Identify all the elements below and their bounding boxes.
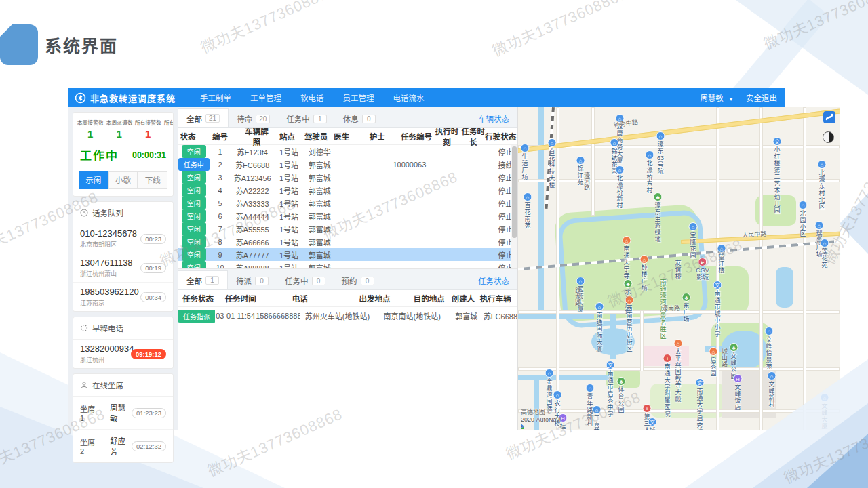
map-poi[interactable]: ⌂ 三喜花苑	[593, 405, 601, 430]
map-poi[interactable]: 文 小红楼第二艺术幼儿园	[773, 137, 782, 214]
map-poi[interactable]: ⌂ 北濠东村北区	[818, 160, 827, 210]
nav-menu-item[interactable]: 电话流水	[393, 92, 425, 103]
early-release-item[interactable]: 13282000934 浙江杭州 09:19:12	[73, 340, 173, 368]
map-poi[interactable]: 文 城南小学	[648, 418, 657, 430]
task-tab[interactable]: 任务中 0	[277, 272, 334, 289]
agent-seat: 坐席2	[80, 436, 98, 455]
map[interactable]: ⌂ 森康商务大厦 ⌂ 濠东63号院 文 小红楼第二艺术幼儿园 ⌂ 北濠东村北区 …	[518, 107, 840, 430]
map-poi[interactable]: ⌂ 北园小区	[799, 201, 808, 237]
call-queue-item[interactable]: 198503962120 江苏南京 00:34	[73, 283, 173, 311]
nav-menu-item[interactable]: 手工制单	[200, 92, 231, 103]
map-poi[interactable]: ⌂ 莲花苑	[821, 239, 829, 268]
map-poi[interactable]: ♣ 体育公园	[617, 377, 626, 413]
agent-state-button[interactable]: 小歇	[108, 171, 138, 189]
map-poi[interactable]: + 南通大学附属医院	[663, 354, 672, 418]
vehicle-row[interactable]: 空闲 10 苏A88888 1号站 郭富城 停止	[178, 261, 517, 268]
map-poi[interactable]: ⌂ 启秀园	[709, 347, 718, 377]
map-poi[interactable]: 文 南通大学启秀校区	[696, 378, 705, 430]
vehicle-row[interactable]: 任务中 2 苏FC6688 1号站 郭富城 10000063 接线	[178, 158, 517, 171]
vehicle-no: 9	[210, 251, 231, 259]
scrollbar-thumb[interactable]	[512, 146, 517, 238]
poi-icon: ⌂	[625, 296, 634, 304]
vehicle-status-link[interactable]: 车辆状态	[478, 113, 509, 124]
vehicle-status-badge: 空闲	[182, 197, 206, 209]
vehicle-row[interactable]: 空闲 3 苏A123456 1号站 郭富城 停止	[178, 171, 517, 184]
task-tab[interactable]: 全部 1	[178, 270, 228, 289]
column-header: 驾驶员	[303, 131, 329, 142]
poi-icon: ⌂	[553, 390, 562, 399]
map-poi[interactable]: ⌂ 北濠桥新村	[616, 165, 625, 209]
map-poi[interactable]: ⌂ 望江楼	[717, 244, 726, 274]
map-poi[interactable]: ⌂ 南通天宁寺	[623, 236, 631, 279]
map-attribution: 高德地图 © 2020 AutoNavi - GS(2018)1709号	[521, 424, 524, 429]
agent-state-button[interactable]: 示闲	[79, 171, 108, 189]
poi-icon: +	[663, 354, 672, 363]
task-row[interactable]: 任务指派 03-01 11:54 15866668888 苏州火车站(地铁站) …	[178, 307, 517, 325]
vehicle-tab[interactable]: 任务中 1	[278, 110, 335, 127]
logout-button[interactable]: 安全退出	[746, 92, 777, 103]
map-poi[interactable]: ▶ CGV影城	[696, 258, 709, 281]
map-poi[interactable]: ⌂ 濠东63号院	[656, 131, 665, 175]
map-poi[interactable]: 友谊桥	[675, 259, 681, 280]
map-poi[interactable]: ⌂ 钟楼广场	[640, 255, 649, 291]
vehicle-row[interactable]: 空闲 1 苏F123f4 1号站 刘德华 停止	[178, 145, 517, 158]
nav-menu-item[interactable]: 工单管理	[250, 92, 281, 103]
vehicle-row[interactable]: 空闲 9 苏A77777 1号站 郭富城 停止	[178, 248, 517, 261]
call-queue-item[interactable]: 010-12345678 北京市朝阳区 00:23	[73, 224, 173, 253]
user-menu[interactable]: 周慧敏 ▼	[700, 92, 734, 103]
caller-number: 13047611138	[80, 258, 140, 268]
vehicle-row[interactable]: 空闲 5 苏A33333 1号站 郭富城 停止	[178, 197, 517, 209]
map-poi[interactable]: ⌂ 生活广场	[521, 144, 530, 180]
tab-count-badge: 0	[362, 115, 376, 123]
call-queue-item[interactable]: 13047611138 浙江杭州萧山 00:19	[73, 253, 173, 283]
map-poi[interactable]: ⌂ 百花科技大楼	[548, 138, 557, 188]
column-header: 创建人	[446, 293, 480, 304]
vehicle-row[interactable]: 空闲 8 苏A66666 1号站 郭富城 停止	[178, 235, 517, 248]
vehicle-tab[interactable]: 全部 21	[178, 108, 229, 127]
map-provider-icon[interactable]	[823, 111, 835, 123]
poi-label: 百花科技大楼	[548, 148, 557, 188]
map-poi[interactable]: ⌂ 北濠桥东村	[646, 150, 654, 194]
vehicle-plate: 苏A44444	[231, 211, 275, 222]
vehicle-no: 10	[210, 264, 231, 268]
wait-duration-badge: 00:34	[140, 292, 166, 302]
map-poi[interactable]: ♣ 东广场	[682, 293, 691, 323]
vehicle-status-badge: 空闲	[182, 222, 206, 235]
vehicle-row[interactable]: 空闲 7 苏A55555 1号站 郭富城 停止	[178, 222, 517, 235]
map-poi[interactable]: 文 南通市城中小学	[713, 281, 722, 338]
nav-menu-item[interactable]: 软电话	[300, 92, 324, 103]
task-tab[interactable]: 待派 0	[228, 272, 277, 289]
agent-duration-badge: 02:12:32	[132, 441, 166, 451]
map-poi[interactable]: ♣ 濠东生态绿地	[654, 192, 663, 243]
vehicle-row[interactable]: 空闲 4 苏A22222 1号站 郭富城 停止	[178, 184, 517, 197]
scrollbar-track[interactable]	[511, 145, 517, 268]
vehicle-tab[interactable]: 待命 20	[229, 110, 278, 127]
vehicle-row[interactable]: 空闲 6 苏A44444 1号站 郭富城 停止	[178, 209, 517, 222]
task-status-link[interactable]: 任务状态	[478, 275, 509, 286]
poi-icon: ♣	[682, 293, 691, 302]
task-tab[interactable]: 预约 0	[334, 272, 382, 289]
agent-state-button[interactable]: 下线	[138, 171, 167, 189]
map-poi[interactable]: ⌂ 太平兴国教寺大殿	[674, 339, 683, 403]
vehicle-tab[interactable]: 休息 0	[335, 110, 384, 127]
map-poi[interactable]: ⌂ 文峰新村	[768, 371, 776, 408]
map-poi[interactable]: ⌂ 百花南苑	[524, 192, 532, 229]
nav-menu-item[interactable]: 员工管理	[343, 92, 374, 103]
panorama-icon[interactable]	[823, 131, 834, 143]
poi-label: 莲花苑	[821, 248, 829, 268]
agent-row[interactable]: 坐席1 周慧敏 01:23:23	[73, 396, 173, 430]
poi-label: 濠东63号院	[656, 141, 665, 175]
map-poi[interactable]: ⌂ 宝隆花园	[689, 222, 698, 259]
agent-row[interactable]: 坐席2 舒应芳 02:12:32	[73, 430, 173, 462]
map-poi[interactable]: ⌂ 文峰大厦	[821, 393, 829, 430]
poi-icon: ⌂	[595, 302, 604, 311]
map-poi[interactable]: H 文峰饭店	[734, 374, 743, 411]
map-poi[interactable]: 文 南通市启秀中学	[606, 361, 615, 418]
map-poi[interactable]: ⌂ 南通国际大厦	[595, 302, 604, 352]
map-poi[interactable]: ⌂ 文峰怡景苑	[765, 327, 774, 370]
app-title: 非急救转运调度系统	[90, 92, 176, 104]
road-label: 人民中路	[742, 229, 767, 239]
vehicle-driver: 郭富城	[303, 211, 336, 222]
map-poi[interactable]: ⌂ 西南营历史街区	[625, 296, 634, 352]
poi-label: 北濠东村北区	[818, 169, 827, 210]
